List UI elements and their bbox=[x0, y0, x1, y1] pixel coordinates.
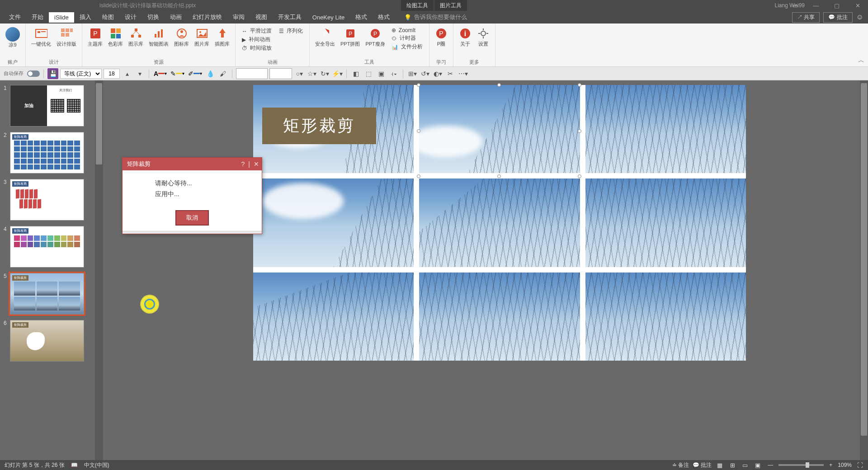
notes-button[interactable]: ≐ 备注 bbox=[672, 461, 689, 469]
menu-transition[interactable]: 切换 bbox=[142, 11, 165, 23]
slide-thumb-5[interactable]: 5 矩阵裁剪 bbox=[0, 271, 95, 318]
shape-rect2-select[interactable] bbox=[269, 68, 292, 79]
menu-format1[interactable]: 格式 bbox=[350, 11, 373, 23]
menu-onekey[interactable]: OneKey Lite bbox=[307, 12, 350, 23]
tween-animation[interactable]: ▶补间动画 bbox=[242, 36, 272, 43]
arrange-icon[interactable]: ⬚ bbox=[363, 68, 374, 79]
highlight-button[interactable]: ✎▾ bbox=[170, 70, 185, 77]
sequence[interactable]: ☰序列化 bbox=[279, 27, 303, 35]
autosave-toggle[interactable] bbox=[27, 70, 40, 77]
outline-button[interactable]: ✐▾ bbox=[187, 70, 203, 77]
align-icon[interactable]: ⫞▾ bbox=[388, 68, 399, 79]
reading-view-icon[interactable]: ▭ bbox=[741, 461, 750, 469]
font-size-down-icon[interactable]: ▾ bbox=[134, 68, 145, 79]
sorter-view-icon[interactable]: ⊞ bbox=[728, 461, 737, 469]
slide-thumb-4[interactable]: 4 矩阵布局 bbox=[0, 224, 95, 271]
normal-view-icon[interactable]: ▦ bbox=[715, 461, 724, 469]
smartchart-button[interactable]: 智能图表 bbox=[146, 26, 171, 48]
dialog-titlebar[interactable]: 矩阵裁剪 ? | ✕ bbox=[123, 158, 262, 170]
slide-thumb-2[interactable]: 2 矩阵布局 bbox=[0, 130, 95, 177]
theme-lib-button[interactable]: P主题库 bbox=[85, 26, 105, 48]
refresh-icon[interactable]: ↻▾ bbox=[319, 68, 330, 79]
save-icon[interactable]: 💾 bbox=[47, 68, 58, 79]
comment-button[interactable]: 💬 批注 bbox=[823, 12, 852, 23]
slideshow-view-icon[interactable]: ▣ bbox=[753, 461, 762, 469]
collapse-ribbon-icon[interactable]: ︿ bbox=[858, 56, 864, 65]
account-button[interactable]: 凉9 bbox=[3, 26, 23, 49]
font-select[interactable]: 等线 (正文) bbox=[60, 69, 102, 79]
help-icon[interactable]: ? bbox=[241, 160, 245, 168]
slide-thumbnail-panel[interactable]: 1 加油 关注我们 2 矩阵布局 3 矩阵布局 4 矩阵布局 bbox=[0, 80, 95, 460]
slide-thumb-3[interactable]: 3 矩阵布局 bbox=[0, 177, 95, 224]
safe-export-button[interactable]: P安全导出 bbox=[312, 26, 338, 48]
about-button[interactable]: i关于 bbox=[456, 26, 474, 48]
tell-me-search[interactable]: 💡 告诉我你想要做什么 bbox=[404, 13, 467, 21]
slide-thumb-1[interactable]: 1 加油 关注我们 bbox=[0, 83, 95, 130]
slide-canvas[interactable]: 矩形裁剪 bbox=[253, 85, 746, 361]
merge-icon[interactable]: ◐▾ bbox=[432, 68, 443, 79]
crop-icon[interactable]: ✂ bbox=[445, 68, 456, 79]
slide-thumb-6[interactable]: 6 矩阵裁剪 bbox=[0, 318, 95, 365]
group-icon[interactable]: ⊞▾ bbox=[407, 68, 418, 79]
time-scale[interactable]: ⏱时间缩放 bbox=[242, 44, 272, 52]
lightning-icon[interactable]: ⚡▾ bbox=[332, 68, 343, 79]
dialog-close-icon[interactable]: ✕ bbox=[254, 160, 259, 168]
zoom-slider[interactable] bbox=[778, 464, 824, 466]
menu-design[interactable]: 设计 bbox=[119, 11, 142, 23]
font-size-input[interactable] bbox=[104, 69, 120, 79]
cancel-button[interactable]: 取消 bbox=[175, 210, 209, 226]
format-painter-icon[interactable]: 🖌 bbox=[217, 68, 228, 79]
accessibility-icon[interactable]: 📖 bbox=[71, 462, 78, 468]
pcircle-button[interactable]: PP圈 bbox=[432, 26, 450, 48]
star-tool-icon[interactable]: ☆▾ bbox=[307, 68, 317, 79]
rotate-icon[interactable]: ↺▾ bbox=[420, 68, 430, 79]
shape-rect-select[interactable] bbox=[236, 68, 268, 79]
menu-format2[interactable]: 格式 bbox=[373, 11, 395, 23]
menu-review[interactable]: 审阅 bbox=[227, 11, 250, 23]
share-button[interactable]: ↗ 共享 bbox=[792, 12, 820, 23]
close-icon[interactable]: ✕ bbox=[847, 0, 868, 11]
menu-draw[interactable]: 绘图 bbox=[97, 11, 119, 23]
file-analysis[interactable]: 📊文件分析 bbox=[392, 43, 423, 51]
menu-slideshow[interactable]: 幻灯片放映 bbox=[187, 11, 227, 23]
settings-button[interactable]: 设置 bbox=[474, 26, 492, 48]
diagram-lib-button[interactable]: 图示库 bbox=[126, 26, 146, 48]
font-color-button[interactable]: A▾ bbox=[153, 70, 168, 77]
thumbnail-scrollbar[interactable] bbox=[95, 80, 103, 460]
smiley-icon[interactable]: ☺ bbox=[856, 13, 863, 21]
optimize-button[interactable]: 一键优化 bbox=[28, 26, 54, 48]
font-size-up-icon[interactable]: ▴ bbox=[122, 68, 132, 79]
eyedropper-icon[interactable]: 💧 bbox=[205, 68, 216, 79]
icon-lib-button[interactable]: 图标库 bbox=[171, 26, 192, 48]
layout-button[interactable]: 设计排版 bbox=[54, 26, 79, 48]
color-lib-button[interactable]: 色彩库 bbox=[105, 26, 126, 48]
canvas-scrollbar[interactable] bbox=[860, 80, 868, 460]
menu-view[interactable]: 视图 bbox=[250, 11, 273, 23]
ribbon-options-icon[interactable]: ▭ bbox=[785, 0, 806, 11]
menu-file[interactable]: 文件 bbox=[4, 11, 26, 23]
ppt-compress-button[interactable]: PPPT瘦身 bbox=[363, 26, 387, 48]
menu-insert[interactable]: 插入 bbox=[74, 11, 97, 23]
slide-canvas-area[interactable]: 矩形裁剪 bbox=[103, 80, 860, 460]
menu-home[interactable]: 开始 bbox=[26, 11, 49, 23]
zoomit[interactable]: ⊕ZoomIt bbox=[392, 27, 423, 33]
bring-front-icon[interactable]: ▣ bbox=[376, 68, 387, 79]
shape-fill-icon[interactable]: ◧ bbox=[350, 68, 361, 79]
maximize-icon[interactable]: ▢ bbox=[826, 0, 847, 11]
menu-animation[interactable]: 动画 bbox=[165, 11, 187, 23]
minimize-icon[interactable]: — bbox=[806, 0, 826, 11]
circle-tool-icon[interactable]: ○▾ bbox=[294, 68, 305, 79]
slide-title[interactable]: 矩形裁剪 bbox=[262, 108, 376, 144]
image-lib-button[interactable]: 图片库 bbox=[192, 26, 212, 48]
fit-window-icon[interactable]: ⛶ bbox=[855, 461, 864, 469]
menu-islide[interactable]: iSlide bbox=[49, 12, 74, 23]
drawing-tools-tab[interactable]: 绘图工具 bbox=[401, 0, 434, 11]
picture-tools-tab[interactable]: 图片工具 bbox=[434, 0, 467, 11]
vector-lib-button[interactable]: 插图库 bbox=[212, 26, 232, 48]
zoom-percent[interactable]: 109% bbox=[838, 462, 852, 468]
menu-developer[interactable]: 开发工具 bbox=[273, 11, 307, 23]
more-tools-icon[interactable]: ⋯▾ bbox=[458, 68, 468, 79]
timer[interactable]: ⏲计时器 bbox=[392, 34, 423, 42]
smooth-transition[interactable]: ↔平滑过渡 bbox=[242, 27, 272, 35]
comments-button[interactable]: 💬 批注 bbox=[693, 461, 712, 469]
